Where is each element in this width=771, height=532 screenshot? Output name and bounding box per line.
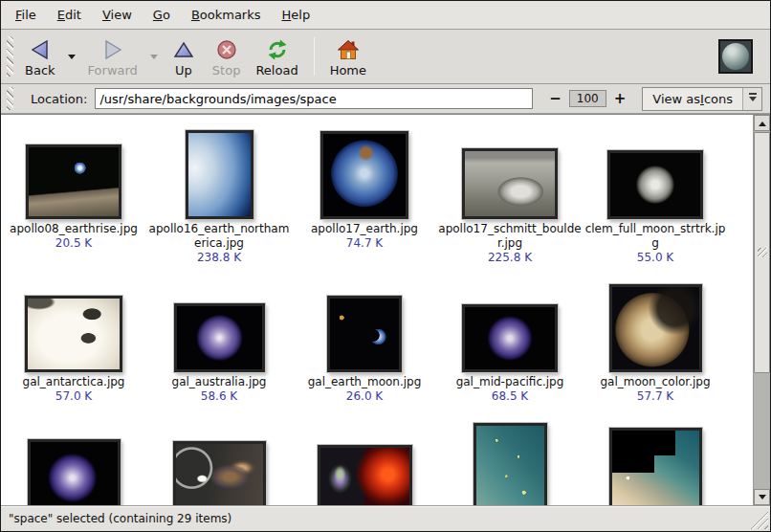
menu-go-accel: G: [153, 8, 163, 22]
file-name: apollo17_earth.jpg: [311, 222, 418, 235]
up-button[interactable]: Up: [163, 33, 205, 80]
forward-history-dropdown[interactable]: [145, 37, 163, 76]
file-name: apollo17_schmitt_boulder.jpg: [438, 222, 581, 250]
menu-view-accel: V: [102, 8, 111, 22]
file-item-partial-1[interactable]: [1, 432, 146, 505]
up-label: Up: [175, 63, 192, 78]
zoom-in-button[interactable]: +: [609, 90, 631, 107]
file-thumbnail[interactable]: [26, 144, 121, 219]
reload-button[interactable]: Reload: [248, 33, 305, 80]
menu-edit[interactable]: Edit: [47, 3, 92, 27]
stop-button[interactable]: Stop: [205, 33, 249, 80]
scrollbar-grip: [758, 248, 767, 257]
file-size: 20.5 K: [55, 236, 92, 250]
icon-row-1: apollo08_earthrise.jpg20.5 K apollo16_ea…: [1, 123, 753, 219]
file-item-partial-4[interactable]: [437, 432, 583, 505]
stop-icon: [213, 37, 240, 62]
combo-ridge: [749, 93, 757, 95]
file-size: 58.6 K: [201, 389, 237, 403]
up-icon: [170, 37, 197, 62]
icon-view: apollo08_earthrise.jpg20.5 K apollo16_ea…: [1, 114, 770, 505]
file-size: 238.8 K: [197, 251, 241, 264]
file-item-apollo16-earth-northamerica[interactable]: apollo16_earth_northamerica.jpg238.8 K: [146, 123, 292, 219]
zoom-level-indicator: 100: [569, 90, 606, 107]
menu-help-accel: H: [282, 8, 292, 22]
home-button[interactable]: Home: [322, 33, 374, 80]
file-thumbnail[interactable]: [609, 284, 702, 372]
file-name: clem_full_moon_strtrk.jpg: [585, 222, 726, 250]
back-history-dropdown[interactable]: [63, 37, 80, 76]
file-item-partial-2[interactable]: [146, 432, 292, 505]
reload-label: Reload: [255, 63, 297, 78]
file-thumbnail[interactable]: [186, 130, 253, 219]
file-item-gal-moon-color[interactable]: gal_moon_color.jpg57.7 K: [583, 284, 728, 372]
file-item-apollo08-earthrise[interactable]: apollo08_earthrise.jpg20.5 K: [1, 123, 146, 219]
file-item-apollo17-schmitt-boulder[interactable]: apollo17_schmitt_boulder.jpg225.8 K: [437, 123, 583, 219]
file-thumbnail[interactable]: [462, 304, 558, 372]
file-item-partial-3[interactable]: [292, 432, 437, 505]
file-item-partial-5[interactable]: [583, 432, 728, 505]
file-thumbnail[interactable]: [318, 445, 412, 505]
back-label: Back: [25, 63, 55, 78]
location-input[interactable]: [95, 88, 533, 109]
file-thumbnail[interactable]: [327, 296, 402, 372]
file-item-gal-antarctica[interactable]: gal_antarctica.jpg57.0 K: [1, 284, 146, 372]
file-name: gal_earth_moon.jpg: [308, 375, 422, 388]
home-label: Home: [330, 63, 366, 78]
menu-file-label: ile: [22, 8, 36, 22]
file-browser-window: File Edit View Go Bookmarks Help Back: [0, 0, 771, 532]
file-item-gal-earth-moon[interactable]: gal_earth_moon.jpg26.0 K: [292, 284, 437, 372]
file-item-gal-australia[interactable]: gal_australia.jpg58.6 K: [146, 284, 292, 372]
chevron-down-icon: [68, 55, 76, 63]
file-thumbnail[interactable]: [474, 423, 547, 505]
file-thumbnail[interactable]: [28, 439, 121, 505]
file-size: 26.0 K: [346, 389, 383, 403]
menu-help[interactable]: Help: [272, 3, 321, 27]
window-resize-grip[interactable]: [747, 508, 768, 529]
file-item-clem-full-moon[interactable]: clem_full_moon_strtrk.jpg55.0 K: [583, 123, 728, 219]
file-thumbnail[interactable]: [609, 428, 702, 505]
file-name: gal_antarctica.jpg: [23, 375, 125, 388]
icon-grid: apollo08_earthrise.jpg20.5 K apollo16_ea…: [1, 115, 753, 505]
file-thumbnail[interactable]: [320, 131, 408, 219]
file-thumbnail[interactable]: [607, 150, 703, 219]
file-thumbnail[interactable]: [462, 148, 558, 219]
menu-view-label: iew: [111, 8, 132, 22]
vertical-scrollbar[interactable]: [753, 115, 770, 505]
menu-bookmarks-accel: B: [191, 8, 200, 22]
status-text: "space" selected (containing 29 items): [9, 512, 231, 525]
file-item-gal-mid-pacific[interactable]: gal_mid-pacific.jpg68.5 K: [437, 284, 583, 372]
menu-go[interactable]: Go: [143, 3, 181, 27]
file-name: gal_mid-pacific.jpg: [456, 375, 564, 388]
file-item-apollo17-earth[interactable]: apollo17_earth.jpg74.7 K: [292, 123, 437, 219]
view-as-arrow-button[interactable]: [742, 88, 761, 110]
status-bar: "space" selected (containing 29 items): [1, 505, 770, 531]
zoom-out-button[interactable]: −: [544, 90, 566, 107]
globe-icon: [722, 43, 749, 70]
toolbar-drag-handle[interactable]: [7, 36, 13, 77]
scroll-down-button[interactable]: [754, 489, 770, 505]
view-as-dropdown[interactable]: View as Icons: [642, 87, 762, 111]
menu-edit-accel: E: [57, 8, 65, 22]
file-size: 68.5 K: [492, 389, 528, 403]
forward-icon: [99, 37, 126, 62]
scrollbar-thumb[interactable]: [754, 132, 770, 373]
toolbar-separator: [314, 37, 315, 76]
chevron-down-icon: [150, 55, 158, 63]
forward-button[interactable]: Forward: [80, 33, 145, 80]
locationbar-drag-handle[interactable]: [7, 87, 13, 110]
file-thumbnail[interactable]: [25, 296, 122, 372]
file-thumbnail[interactable]: [173, 441, 266, 505]
file-thumbnail[interactable]: [174, 303, 265, 372]
icon-row-2: gal_antarctica.jpg57.0 K gal_australia.j…: [1, 284, 753, 372]
menu-view[interactable]: View: [92, 3, 143, 27]
chevron-down-icon: [759, 495, 766, 503]
chevron-down-icon: [749, 97, 757, 105]
scroll-up-button[interactable]: [754, 115, 770, 131]
back-button[interactable]: Back: [17, 33, 63, 80]
menu-help-label: elp: [291, 8, 310, 22]
menu-file[interactable]: File: [5, 3, 47, 27]
file-size: 55.0 K: [637, 251, 673, 264]
menu-bookmarks[interactable]: Bookmarks: [181, 3, 272, 27]
file-name: apollo08_earthrise.jpg: [10, 222, 138, 235]
